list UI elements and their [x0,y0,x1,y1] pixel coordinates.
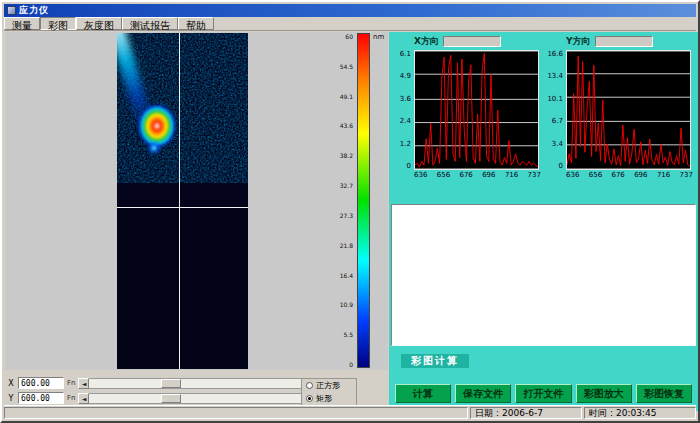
menu-item-colormap[interactable]: 彩图 [40,17,76,30]
x-scrollbar-track[interactable] [89,378,305,389]
y-position-row: Y Fn ◄ ► [7,392,316,404]
x-position-input[interactable] [18,377,64,389]
app-icon [7,6,16,15]
radio-icon[interactable] [306,382,313,389]
stress-hotspot-secondary [147,141,161,155]
chart-x-title: X方向 [414,35,439,48]
y-spin-label: Fn [67,394,75,402]
menu-item-test-report[interactable]: 测试报告 [122,17,178,30]
y-scrollbar-track[interactable] [89,393,305,404]
chart-x-value-box [443,36,501,47]
colorbar-tick-labels: 6054.5 49.143.6 38.232.7 27.321.8 16.410… [327,33,355,368]
status-bar: 日期：2006-6-7 时间：20:03:45 [4,405,696,419]
status-spacer [4,407,468,419]
scroll-left-arrow-icon[interactable]: ◄ [78,378,89,389]
y-scrollbar-thumb[interactable] [161,394,181,403]
colorbar-unit-label: nm [373,33,384,41]
menu-bar: 测量 彩图 灰度图 测试报告 帮助 [4,17,696,31]
chart-x-header: X方向 [392,34,543,48]
chart-x-direction: X方向 6.14.9 3.62.4 1.20 636656 676696 716… [392,34,543,194]
chart-x-xticks: 636656 676696 716737 [414,171,541,179]
radio-option-square[interactable]: 正方形 [306,380,356,391]
chart-x-plot-area[interactable] [414,50,539,170]
shape-radio-group: 正方形 矩形 [301,378,357,406]
open-file-button[interactable]: 打开文件 [515,384,571,403]
radio-rect-label: 矩形 [316,393,332,404]
colormap-canvas-area: 6054.5 49.143.6 38.232.7 27.321.8 16.410… [5,32,388,370]
menu-item-measure[interactable]: 测量 [4,17,40,30]
y-position-scrollbar[interactable]: ◄ ► [78,393,316,404]
crosshair-horizontal-line[interactable] [117,207,248,208]
x-axis-label: X [7,379,15,388]
y-axis-label: Y [7,394,15,403]
x-position-row: X Fn ◄ ► [7,377,316,389]
right-panel: X方向 6.14.9 3.62.4 1.20 636656 676696 716… [389,32,698,411]
colormap-restore-button[interactable]: 彩图恢复 [636,384,692,403]
x-position-scrollbar[interactable]: ◄ ► [78,378,316,389]
calc-button-row: 计算 保存文件 打开文件 彩图放大 彩图恢复 [395,384,692,403]
x-spin-label: Fn [67,379,75,387]
chart-y-header: Y方向 [544,34,695,48]
chart-x-yticks: 6.14.9 3.62.4 1.20 [392,50,414,170]
chart-y-xticks: 636656 676696 716737 [566,171,693,179]
chart-y-value-box [595,36,653,47]
calculate-button[interactable]: 计算 [395,384,451,403]
lower-dim-region [117,208,248,369]
left-panel: 6054.5 49.143.6 38.232.7 27.321.8 16.410… [5,32,388,411]
y-position-input[interactable] [18,392,64,404]
crosshair-vertical-line[interactable] [179,33,180,369]
title-bar[interactable]: 应力仪 [4,4,696,17]
save-file-button[interactable]: 保存文件 [455,384,511,403]
status-time: 时间：20:03:45 [584,407,696,419]
chart-y-direction: Y方向 16.613.4 10.16.7 3.40 636656 676696 … [544,34,695,194]
x-scrollbar-thumb[interactable] [161,379,181,388]
chart-y-title: Y方向 [566,35,591,48]
colorbar-gradient [357,33,370,368]
radio-square-label: 正方形 [316,380,340,391]
scroll-left-arrow-icon[interactable]: ◄ [78,393,89,404]
app-window: 应力仪 测量 彩图 灰度图 测试报告 帮助 [0,0,700,423]
menu-item-grayscale[interactable]: 灰度图 [76,17,122,30]
colormap-zoom-button[interactable]: 彩图放大 [576,384,632,403]
chart-y-yticks: 16.613.4 10.16.7 3.40 [544,50,566,170]
menu-item-help[interactable]: 帮助 [178,17,214,30]
radio-option-rectangle[interactable]: 矩形 [306,393,356,404]
status-date: 日期：2006-6-7 [470,407,582,419]
chart-y-plot-area[interactable] [566,50,691,170]
window-title: 应力仪 [19,4,49,17]
colormap-calc-section-title: 彩图计算 [401,354,469,368]
stress-colormap-image[interactable] [117,33,248,369]
results-list-area[interactable] [391,204,696,346]
radio-selected-icon[interactable] [306,395,313,402]
